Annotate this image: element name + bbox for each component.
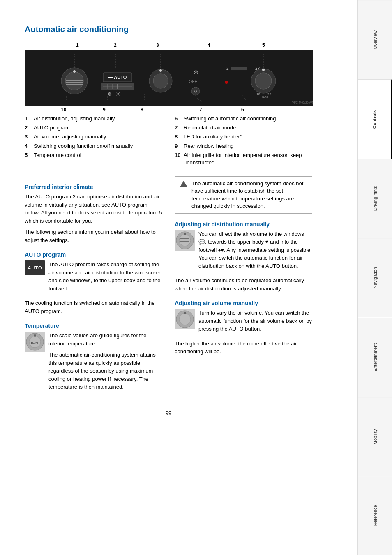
preferred-climate-text1: The AUTO program 2 can optimise air dist… <box>25 193 162 225</box>
svg-text:TEMP: TEMP <box>30 341 39 345</box>
auto-icon-label: AUTO <box>28 265 42 270</box>
item-3: 3 Air volume, adjusting manually <box>25 133 162 140</box>
diagram-bottom-numbers: 10 9 8 7 6 <box>25 107 312 115</box>
svg-text:↺: ↺ <box>194 89 197 94</box>
air-volume-section: Turn to vary the air volume. You can swi… <box>175 309 312 336</box>
panel-svg: — AUTO ❄ ☀ ❄ OFF — <box>25 50 313 106</box>
main-content: Automatic air conditioning 1 2 3 4 5 <box>0 0 357 555</box>
air-volume-icon <box>175 309 195 329</box>
air-distribution-title: Adjusting air distribution manually <box>175 221 312 228</box>
item-10-text: Air inlet grille for interior temperatur… <box>184 152 312 166</box>
item-10-num: 10 <box>175 152 181 166</box>
svg-text:❄: ❄ <box>193 69 198 76</box>
air-distribution-text1: You can direct the air volume to the win… <box>198 230 312 270</box>
page-number: 99 <box>25 410 312 416</box>
temperature-title: Temperature <box>25 322 162 329</box>
svg-text:VFC-M60/20/A/N: VFC-M60/20/A/N <box>292 101 313 104</box>
item-7-text: Recirculated-air mode <box>184 124 236 131</box>
top-num-3: 3 <box>156 42 159 48</box>
bottom-num-8: 8 <box>141 107 143 113</box>
svg-text:18: 18 <box>256 92 260 96</box>
item-5-text: Temperature control <box>34 152 81 166</box>
svg-text:2: 2 <box>226 66 229 71</box>
air-dist-svg <box>175 231 194 250</box>
note-text: The automatic air-conditioning system do… <box>191 180 307 210</box>
note-box: The automatic air-conditioning system do… <box>175 176 312 214</box>
svg-point-35 <box>225 81 228 84</box>
sidebar-tab-navigation[interactable]: Navigation <box>358 238 392 317</box>
svg-point-49 <box>34 334 36 337</box>
item-7: 7 Recirculated-air mode <box>175 124 312 131</box>
item-4-num: 4 <box>25 143 31 150</box>
item-1: 1 Air distribution, adjusting manually <box>25 115 162 122</box>
item-9-text: Rear window heating <box>184 143 233 150</box>
item-5: 5 Temperature control <box>25 152 162 166</box>
item-1-text: Air distribution, adjusting manually <box>34 115 115 122</box>
sidebar-tab-mobility[interactable]: Mobility <box>358 397 392 476</box>
item-6-text: Switching off automatic air conditioning <box>184 115 276 122</box>
svg-text:— AUTO: — AUTO <box>108 75 127 80</box>
page-title: Automatic air conditioning <box>25 25 341 34</box>
item-6-num: 6 <box>175 115 181 122</box>
temperature-text1: The scale values are guide figures for t… <box>48 332 162 348</box>
item-4-text: Switching cooling function on/off manual… <box>34 143 133 150</box>
sidebar-tab-driving-hints[interactable]: Driving hints <box>358 159 392 238</box>
air-volume-text1: Turn to vary the air volume. You can swi… <box>198 309 312 333</box>
svg-point-30 <box>255 73 272 89</box>
item-8-num: 8 <box>175 133 181 140</box>
item-9-num: 9 <box>175 143 181 150</box>
temperature-content: The scale values are guide figures for t… <box>48 332 162 394</box>
svg-point-2 <box>65 72 83 90</box>
temperature-text2: The automatic air-conditioning system at… <box>48 351 162 391</box>
sidebar-tab-overview[interactable]: Overview <box>358 0 392 79</box>
item-1-num: 1 <box>25 115 31 122</box>
item-2: 2 AUTO program <box>25 124 162 131</box>
two-column-layout: Preferred interior climate The AUTO prog… <box>25 176 312 398</box>
item-3-text: Air volume, adjusting manually <box>34 133 106 140</box>
svg-point-21 <box>159 69 162 72</box>
sidebar-tab-controls[interactable]: Controls <box>358 79 392 159</box>
svg-rect-27 <box>231 67 247 70</box>
left-column: Preferred interior climate The AUTO prog… <box>25 176 162 398</box>
auto-icon-box: AUTO <box>25 260 45 275</box>
item-10: 10 Air inlet grille for interior tempera… <box>175 152 312 166</box>
diagram-wrapper: 1 2 3 4 5 <box>25 42 341 115</box>
air-volume-content: Turn to vary the air volume. You can swi… <box>198 309 312 336</box>
auto-program-text2: The cooling function is switched on auto… <box>25 299 162 315</box>
svg-text:☀: ☀ <box>115 91 121 97</box>
svg-point-58 <box>179 313 191 325</box>
item-3-num: 3 <box>25 133 31 140</box>
air-volume-title: Adjusting air volume manually <box>175 300 312 306</box>
bottom-num-9: 9 <box>103 107 106 113</box>
auto-program-text1: The AUTO program takes charge of setting… <box>48 260 162 292</box>
item-7-num: 7 <box>175 124 181 131</box>
item-2-text: AUTO program <box>34 124 70 131</box>
diagram-top-numbers: 1 2 3 4 5 <box>25 42 312 50</box>
air-vol-svg <box>175 310 194 329</box>
sidebar-tab-reference[interactable]: Reference <box>358 476 392 555</box>
auto-program-section: AUTO The AUTO program takes charge of se… <box>25 260 162 296</box>
numbered-items-list: 1 Air distribution, adjusting manually 6… <box>25 115 312 166</box>
svg-point-52 <box>179 235 191 246</box>
item-4: 4 Switching cooling function on/off manu… <box>25 143 162 150</box>
top-num-5: 5 <box>262 42 265 48</box>
sidebar: Overview Controls Driving hints Navigati… <box>357 0 392 555</box>
air-distribution-section: You can direct the air volume to the win… <box>175 230 312 274</box>
svg-text:TEMP: TEMP <box>261 95 270 98</box>
auto-program-content: The AUTO program takes charge of setting… <box>48 260 162 296</box>
top-num-1: 1 <box>76 42 79 48</box>
item-5-num: 5 <box>25 152 31 166</box>
item-6: 6 Switching off automatic air conditioni… <box>175 115 312 122</box>
top-num-4: 4 <box>208 42 210 48</box>
temp-knob-svg: TEMP <box>25 332 44 351</box>
item-9: 9 Rear window heating <box>175 143 312 150</box>
top-num-2: 2 <box>114 42 117 48</box>
control-panel-diagram: — AUTO ❄ ☀ ❄ OFF — <box>25 50 312 105</box>
temperature-icon: TEMP <box>25 332 45 352</box>
sidebar-tab-entertainment[interactable]: Entertainment <box>358 318 392 397</box>
preferred-climate-text2: The following sections inform you in det… <box>25 228 162 244</box>
svg-point-34 <box>262 69 265 71</box>
air-distribution-text2: The air volume continues to be regulated… <box>175 276 312 292</box>
svg-point-56 <box>184 233 186 235</box>
preferred-climate-title: Preferred interior climate <box>25 184 162 190</box>
